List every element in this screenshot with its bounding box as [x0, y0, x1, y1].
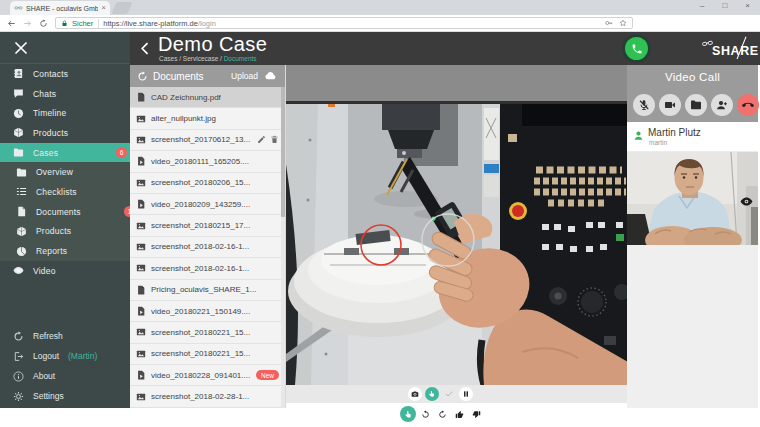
window-close-button[interactable]: × — [745, 1, 750, 10]
file-row[interactable]: alter_nullpunkt.jpg — [130, 108, 285, 129]
sidebar-item-chats[interactable]: Chats — [0, 84, 130, 104]
sidebar-item-timeline[interactable]: Timeline — [0, 103, 130, 123]
file-row[interactable]: screenshot_2018-02-28-1... — [130, 386, 285, 407]
browser-toolbar: Sicher https://live.share-platform.de/lo… — [0, 15, 760, 32]
refresh-documents-icon[interactable] — [137, 71, 148, 82]
person-add-icon — [716, 99, 728, 111]
file-row[interactable]: CAD Zeichnung.pdf — [130, 87, 285, 108]
upload-button[interactable]: Upload — [231, 71, 258, 81]
webcam-scene — [627, 152, 758, 245]
window-maximize-button[interactable]: □ — [722, 1, 727, 10]
sidebar-item-reports[interactable]: Reports — [0, 241, 130, 261]
participant-row[interactable]: Martin Plutz martin — [627, 122, 758, 152]
back-icon[interactable] — [7, 19, 16, 28]
app-window: ContactsChatsTimelineProductsCases6Overv… — [0, 32, 760, 408]
sidebar-about-button[interactable]: About — [0, 366, 130, 386]
back-chevron-icon[interactable] — [138, 40, 152, 57]
bookmark-star-icon[interactable] — [619, 19, 627, 27]
info-icon — [13, 371, 24, 382]
window-minimize-button[interactable]: – — [700, 1, 704, 10]
file-row[interactable]: video_20180221_150149.... — [130, 301, 285, 322]
url-text: https://live.share-platform.de/login — [103, 19, 216, 28]
new-tab-button[interactable] — [111, 2, 132, 14]
watch-eye-icon[interactable] — [740, 155, 753, 164]
documents-panel-header: Documents Upload — [130, 65, 285, 87]
shared-files-button[interactable] — [685, 94, 707, 116]
file-row[interactable]: screenshot_2018-02-16-1... — [130, 258, 285, 279]
browser-tab-strip: SHARE - oculavis GmbH × – □ × — [0, 0, 760, 15]
sidebar-item-cases[interactable]: Cases6 — [0, 143, 130, 163]
clock-icon — [13, 108, 24, 119]
file-name: screenshot_20170612_13... — [151, 135, 250, 144]
sidebar-item-products-sub[interactable]: Products — [0, 222, 130, 242]
file-image-icon — [136, 349, 146, 359]
file-row[interactable]: screenshot_20180221_15... — [130, 322, 285, 343]
pencil-icon[interactable] — [257, 135, 266, 144]
machine-video-feed[interactable] — [286, 101, 628, 385]
sidebar-nav: ContactsChatsTimelineProductsCases6Overv… — [0, 64, 130, 281]
logout-icon — [13, 351, 24, 362]
file-row[interactable]: video_20180228_091401....New — [130, 365, 285, 386]
camera-icon — [411, 390, 419, 398]
key-icon[interactable] — [605, 19, 613, 27]
folder-icon — [13, 147, 24, 158]
close-menu-icon[interactable] — [13, 40, 29, 56]
cube-icon — [13, 127, 24, 138]
sidebar-item-products[interactable]: Products — [0, 123, 130, 143]
address-bar[interactable]: Sicher https://live.share-platform.de/lo… — [55, 17, 633, 29]
file-row[interactable]: video_20180209_143259.... — [130, 194, 285, 215]
file-row[interactable]: screenshot_20170612_13... — [130, 130, 285, 151]
case-header: Demo Case Cases / Servicecase / Document… — [130, 32, 760, 65]
end-call-button[interactable] — [737, 94, 759, 116]
sidebar-item-video[interactable]: Video — [0, 261, 130, 281]
reload-icon[interactable] — [39, 19, 48, 28]
file-row[interactable]: screenshot_20180221_15... — [130, 344, 285, 365]
forward-icon[interactable] — [23, 19, 32, 28]
mute-microphone-button[interactable] — [633, 94, 655, 116]
file-name: video_20180111_165205.... — [151, 157, 249, 166]
file-row[interactable]: video_20180111_165205.... — [130, 151, 285, 172]
pointer-button[interactable] — [425, 387, 439, 401]
file-row[interactable]: Pricing_oculavis_SHARE_1... — [130, 280, 285, 301]
file-video-icon — [136, 156, 146, 166]
webcam-thumbnail[interactable] — [627, 152, 758, 245]
tab-close-icon[interactable]: × — [101, 4, 106, 12]
pause-button[interactable] — [459, 387, 473, 401]
rotate-left-tool-button[interactable] — [417, 406, 433, 422]
file-name: CAD Zeichnung.pdf — [151, 93, 221, 102]
toggle-camera-button[interactable] — [659, 94, 681, 116]
sidebar-item-overview[interactable]: Overview — [0, 162, 130, 182]
confirm-button[interactable] — [442, 387, 456, 401]
upload-cloud-icon[interactable] — [263, 70, 278, 82]
thumb-down-tool-button[interactable] — [468, 406, 484, 422]
sidebar-refresh-button[interactable]: Refresh — [0, 326, 130, 346]
sidebar-item-checklists[interactable]: Checklists — [0, 182, 130, 202]
file-video-icon — [136, 370, 146, 380]
browser-tab[interactable]: SHARE - oculavis GmbH × — [10, 1, 110, 15]
sidebar-logout-button[interactable]: Logout(Martin) — [0, 346, 130, 366]
rotate-right-tool-button[interactable] — [434, 406, 450, 422]
pause-icon — [462, 390, 470, 398]
trash-icon[interactable] — [270, 135, 279, 144]
sidebar-item-documents[interactable]: Documents1 — [0, 202, 130, 222]
tab-title: SHARE - oculavis GmbH — [26, 5, 98, 12]
snapshot-button[interactable] — [408, 387, 422, 401]
sidebar-item-label: Products — [36, 226, 71, 236]
sidebar-settings-button[interactable]: Settings — [0, 386, 130, 406]
file-row[interactable]: screenshot_20180215_17... — [130, 215, 285, 236]
add-participant-button[interactable] — [711, 94, 733, 116]
file-row[interactable]: screenshot_2018-02-16-1... — [130, 237, 285, 258]
sidebar-item-label: Timeline — [33, 108, 66, 118]
logged-in-user: (Martin) — [68, 351, 97, 361]
file-name: screenshot_20180221_15... — [151, 328, 250, 337]
sidebar-item-label: Cases — [33, 148, 58, 158]
thumb-up-tool-button[interactable] — [451, 406, 467, 422]
pie-icon — [16, 246, 27, 257]
call-panel-empty-area — [627, 245, 758, 408]
pointer-tool-button[interactable] — [400, 406, 416, 422]
file-image-icon — [136, 178, 146, 188]
start-call-button[interactable] — [625, 37, 648, 60]
file-row[interactable]: screenshot_20180206_15... — [130, 173, 285, 194]
participant-username: martin — [649, 139, 667, 146]
sidebar-item-contacts[interactable]: Contacts — [0, 64, 130, 84]
